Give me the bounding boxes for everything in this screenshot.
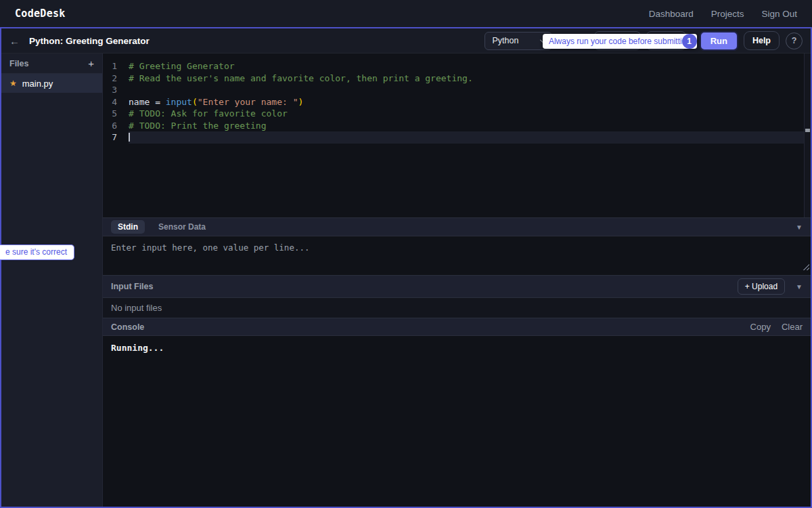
input-files-label: Input Files: [111, 282, 154, 291]
help-button[interactable]: Help: [744, 31, 780, 50]
run-tooltip: Always run your code before submitting: [543, 34, 697, 49]
clear-button[interactable]: Clear: [782, 322, 803, 332]
code-line[interactable]: 5# TODO: Ask for favorite color: [103, 108, 804, 120]
editor-column: 1# Greeting Generator2# Read the user's …: [103, 54, 811, 507]
input-files-empty-state: No input files: [103, 298, 811, 318]
language-select-value: Python: [492, 36, 518, 45]
console-label: Console: [111, 322, 144, 332]
run-button-label: Run: [710, 36, 727, 46]
code-line[interactable]: 7: [103, 131, 804, 144]
workspace-panel: ← Python: Greeting Generator Python Subm…: [0, 27, 812, 508]
code-text: # TODO: Ask for favorite color: [129, 108, 804, 120]
line-number: 6: [103, 120, 129, 132]
code-line[interactable]: 1# Greeting Generator: [103, 60, 804, 72]
code-line[interactable]: 3: [103, 84, 804, 96]
question-mark-icon[interactable]: ?: [786, 33, 803, 49]
code-line[interactable]: 2# Read the user's name and favorite col…: [103, 72, 804, 85]
stdin-area: [103, 236, 811, 272]
files-header-label: Files: [9, 59, 29, 68]
code-lines: 1# Greeting Generator2# Read the user's …: [103, 60, 804, 144]
brand-logo: CodeDesk: [15, 7, 66, 20]
code-text: # Greeting Generator: [129, 60, 804, 72]
nav-links: Dashboard Projects Sign Out: [649, 9, 797, 19]
toolbar: ← Python: Greeting Generator Python Subm…: [1, 28, 811, 54]
star-icon: ★: [9, 79, 17, 88]
code-text: [129, 84, 804, 96]
console-header: Console Copy Clear: [103, 318, 811, 336]
code-text: name = input("Enter your name: "): [129, 96, 804, 108]
input-files-header: Input Files + Upload ▼: [103, 275, 811, 298]
files-sidebar: Files + ★ main.py: [1, 54, 103, 507]
line-number: 7: [103, 131, 129, 144]
upload-button[interactable]: + Upload: [738, 278, 785, 295]
nav-link-projects[interactable]: Projects: [711, 9, 744, 19]
edge-tooltip: e sure it's correct: [0, 245, 74, 260]
code-text: # TODO: Print the greeting: [129, 120, 804, 132]
page-title: Python: Greeting Generator: [29, 36, 150, 46]
line-number: 4: [103, 96, 129, 108]
main-row: Files + ★ main.py 1# Greeting Generator2…: [1, 54, 811, 507]
nav-link-dashboard[interactable]: Dashboard: [649, 9, 694, 19]
console-actions: Copy Clear: [750, 322, 803, 332]
collapse-input-files-icon[interactable]: ▼: [796, 283, 803, 291]
add-file-button[interactable]: +: [88, 58, 94, 69]
editor-scrollbar[interactable]: [804, 54, 811, 217]
run-button[interactable]: Run: [700, 31, 738, 51]
nav-link-sign-out[interactable]: Sign Out: [761, 9, 797, 19]
text-cursor: [129, 133, 130, 142]
code-line[interactable]: 6# TODO: Print the greeting: [103, 120, 804, 132]
code-text: [129, 131, 804, 144]
copy-button[interactable]: Copy: [750, 322, 771, 332]
code-text: # Read the user's name and favorite colo…: [129, 72, 804, 85]
line-number: 2: [103, 72, 129, 85]
files-header: Files +: [1, 54, 102, 74]
line-number: 5: [103, 108, 129, 120]
test-count-badge: 1: [682, 34, 697, 49]
file-name: main.py: [22, 79, 53, 89]
line-number: 3: [103, 84, 129, 96]
stdin-input[interactable]: [103, 236, 811, 272]
console-output: Running...: [103, 336, 811, 507]
code-editor[interactable]: 1# Greeting Generator2# Read the user's …: [103, 54, 811, 217]
stdin-panel-header: Stdin Sensor Data ▼: [103, 217, 811, 236]
back-arrow-icon[interactable]: ←: [9, 35, 20, 47]
collapse-stdin-icon[interactable]: ▼: [796, 224, 803, 231]
help-button-label: Help: [752, 36, 771, 45]
code-line[interactable]: 4name = input("Enter your name: "): [103, 96, 804, 108]
tab-stdin[interactable]: Stdin: [111, 220, 145, 234]
top-nav: CodeDesk Dashboard Projects Sign Out: [0, 0, 812, 27]
line-number: 1: [103, 60, 129, 72]
tab-sensor-data[interactable]: Sensor Data: [152, 220, 212, 234]
editor-scrollbar-thumb[interactable]: [805, 129, 810, 132]
file-item-main-py[interactable]: ★ main.py: [1, 74, 102, 93]
